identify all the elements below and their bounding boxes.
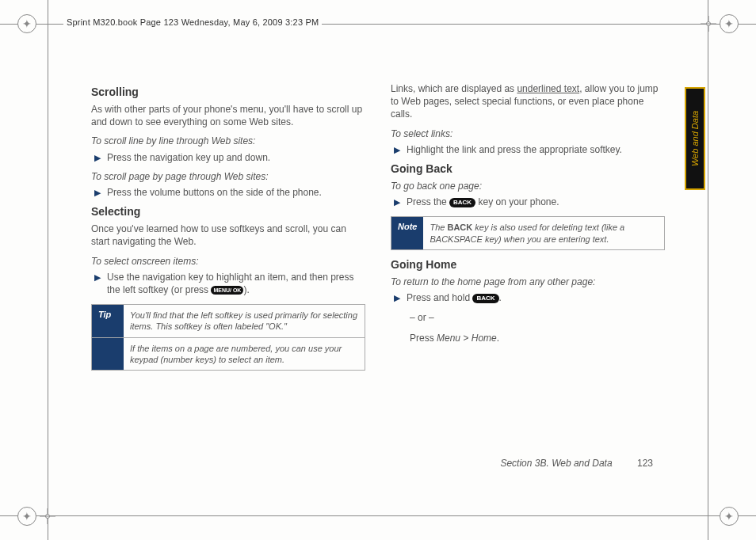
bullet-arrow-icon: ▶: [94, 153, 101, 163]
right-column: Links, which are displayed as underlined…: [391, 79, 665, 477]
bullet-arrow-icon: ▶: [94, 272, 101, 283]
tip-callout: Tip You'll find that the left softkey is…: [91, 304, 365, 371]
footer-section: Section 3B. Web and Data: [500, 458, 612, 469]
heading-scrolling: Scrolling: [91, 86, 365, 98]
back-key-icon: BACK: [449, 198, 475, 207]
crop-ornament-tl: ✦: [17, 14, 36, 33]
page-body: Scrolling As with other parts of your ph…: [91, 79, 665, 477]
subhead-home: To return to the home page from any othe…: [391, 276, 665, 288]
note-callout: Note The BACK key is also used for delet…: [391, 216, 665, 250]
bullet-home-text: Press and hold BACK.: [407, 291, 665, 304]
crop-cross-tr: [701, 16, 716, 32]
bullet-links-text: Highlight the link and press the appropr…: [407, 143, 665, 156]
bullet-links: ▶ Highlight the link and press the appro…: [394, 143, 665, 156]
bullet-scroll-page-text: Press the volume buttons on the side of …: [107, 186, 365, 199]
back-key-icon: BACK: [472, 294, 498, 303]
heading-going-home: Going Home: [391, 258, 665, 271]
bullet-back-text: Press the BACK key on your phone.: [407, 196, 665, 208]
subhead-scroll-line: To scroll line by line through Web sites…: [91, 135, 365, 147]
bullet-home: ▶ Press and hold BACK.: [394, 291, 665, 304]
subhead-scroll-page: To scroll page by page through Web sites…: [91, 170, 365, 183]
left-column: Scrolling As with other parts of your ph…: [91, 79, 365, 477]
menu-ok-key-icon: MENU/ OK: [211, 286, 243, 295]
tip-label-spacer: [92, 338, 124, 371]
subhead-select: To select onscreen items:: [91, 255, 365, 268]
footer-page-number: 123: [637, 458, 653, 469]
para-scroll-intro: As with other parts of your phone's menu…: [91, 103, 365, 128]
tip-body-2: If the items on a page are numbered, you…: [124, 338, 365, 371]
bullet-arrow-icon: ▶: [94, 188, 101, 198]
crop-line-bottom: [0, 515, 756, 516]
para-links: Links, which are displayed as underlined…: [391, 82, 665, 121]
section-tab-label: Web and Data: [690, 111, 700, 166]
crop-line-left: [48, 0, 48, 540]
page-footer: Section 3B. Web and Data 123: [500, 458, 653, 469]
bullet-scroll-page: ▶ Press the volume buttons on the side o…: [94, 186, 365, 199]
bullet-arrow-icon: ▶: [394, 293, 400, 303]
section-tab: Web and Data: [685, 87, 705, 190]
bullet-select: ▶ Use the navigation key to highlight an…: [94, 271, 365, 296]
crop-cross-bl: [40, 508, 55, 524]
crop-ornament-br: ✦: [720, 507, 739, 526]
tip-body-1: You'll find that the left softkey is use…: [124, 305, 365, 337]
doc-header: Sprint M320.book Page 123 Wednesday, May…: [63, 17, 322, 27]
bullet-select-text: Use the navigation key to highlight an i…: [107, 271, 365, 296]
or-separator: – or –: [410, 310, 665, 325]
heading-selecting: Selecting: [91, 205, 365, 218]
crop-ornament-bl: ✦: [17, 507, 36, 526]
underlined-text-sample: underlined text: [517, 83, 579, 94]
subhead-links: To select links:: [391, 127, 665, 140]
bullet-scroll-line: ▶ Press the navigation key up and down.: [94, 151, 365, 164]
note-label: Note: [391, 217, 423, 249]
para-select-intro: Once you've learned how to use softkeys …: [91, 222, 365, 248]
bullet-back: ▶ Press the BACK key on your phone.: [394, 196, 665, 208]
crop-ornament-tr: ✦: [720, 14, 739, 33]
crop-line-right: [708, 0, 708, 540]
heading-going-back: Going Back: [391, 162, 665, 175]
subhead-back: To go back one page:: [391, 180, 665, 192]
note-body: The BACK key is also used for deleting t…: [423, 217, 664, 249]
bullet-arrow-icon: ▶: [394, 197, 400, 207]
press-menu-home: Press Menu > Home.: [410, 331, 665, 345]
bullet-scroll-line-text: Press the navigation key up and down.: [107, 151, 365, 164]
bullet-arrow-icon: ▶: [394, 145, 400, 155]
tip-label: Tip: [92, 305, 124, 337]
